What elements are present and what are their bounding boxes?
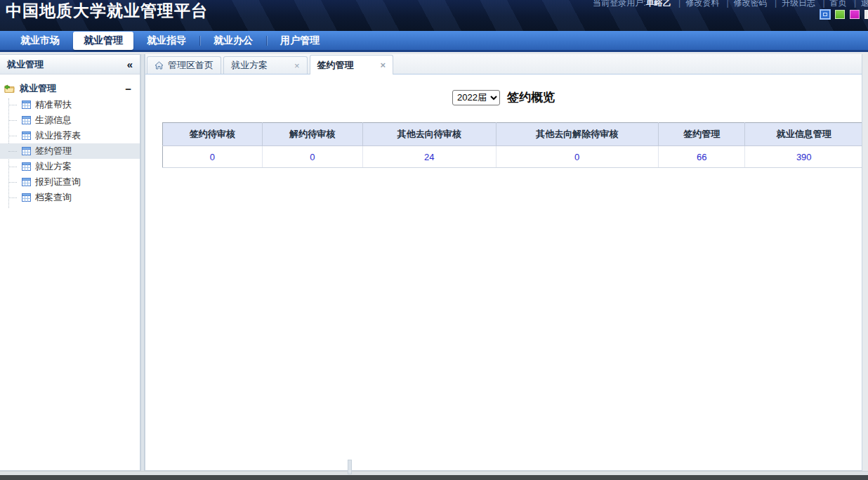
link-separator: | [822, 0, 824, 8]
tab-close-icon[interactable]: × [294, 61, 300, 70]
table-icon [22, 116, 31, 124]
sidebar-item-student-source-info[interactable]: 生源信息 [0, 112, 140, 128]
col-employment-info-management: 就业信息管理 [745, 123, 862, 146]
table-icon [22, 147, 31, 155]
link-separator: | [775, 0, 777, 8]
table-icon [22, 131, 31, 140]
nav-divider [199, 36, 200, 46]
main-nav: 就业市场 就业管理 就业指导 就业办公 用户管理 [0, 31, 868, 52]
cell-employment-info-management: 390 [745, 146, 862, 168]
sidebar-item-label: 档案查询 [35, 191, 72, 204]
graduation-year-select[interactable]: 2022届 [452, 90, 500, 105]
logout-link[interactable]: 退出 [861, 0, 868, 8]
sidebar-item-archive-query[interactable]: 档案查询 [0, 190, 140, 205]
current-user-prefix: 当前登录用户: [593, 0, 645, 8]
tree-collapse-minus-icon[interactable]: − [125, 84, 131, 94]
tree-root-employment-management[interactable]: 就业管理 − [0, 80, 140, 97]
tab-admin-home[interactable]: 管理区首页 [147, 56, 221, 74]
tab-label: 签约管理 [317, 59, 354, 72]
cell-other-destination-release-pending: 0 [496, 146, 658, 168]
tab-content: 2022届 签约概览 签约待审核 解约待审核 其他去向待审核 其他去向解除待审核… [145, 74, 862, 470]
nav-divider [266, 36, 267, 46]
cell-termination-pending: 0 [262, 146, 363, 168]
nav-item-job-market[interactable]: 就业市场 [10, 32, 70, 50]
sidebar-item-employment-plan[interactable]: 就业方案 [0, 159, 140, 174]
sidebar-item-label: 就业方案 [35, 160, 72, 173]
sidebar-item-precise-assistance[interactable]: 精准帮扶 [0, 97, 140, 112]
theme-green-swatch[interactable] [835, 10, 845, 19]
change-password-link[interactable]: 修改密码 [734, 0, 768, 8]
theme-magenta-swatch[interactable] [850, 10, 860, 19]
home-link[interactable]: 首页 [830, 0, 847, 8]
sidebar-title: 就业管理 [7, 58, 44, 71]
other-destination-pending-count-link[interactable]: 24 [424, 152, 434, 162]
sidebar-tree: 就业管理 − 精准帮扶 生源信息 就业推荐表 签约管理 就业方案 [0, 74, 140, 205]
tree-root-label: 就业管理 [20, 82, 56, 95]
col-other-destination-pending: 其他去向待审核 [363, 123, 496, 146]
other-destination-release-pending-count-link[interactable]: 0 [574, 152, 579, 162]
table-value-row: 0 0 24 0 66 390 [163, 146, 863, 168]
app-header: 中国地质大学就业管理平台 当前登录用户:单峪乙 |修改资料 |修改密码 |升级日… [0, 0, 868, 31]
sidebar-collapse-icon[interactable]: « [127, 59, 133, 70]
table-icon [22, 162, 31, 171]
south-splitter-grip[interactable] [348, 460, 352, 474]
main-panel: 管理区首页 就业方案 × 签约管理 × 2022届 签约概览 [145, 54, 862, 471]
table-icon [22, 178, 31, 186]
col-termination-pending: 解约待审核 [262, 123, 363, 146]
upgrade-log-link[interactable]: 升级日志 [782, 0, 815, 8]
sidebar: 就业管理 « 就业管理 − 精准帮扶 生源信息 [0, 54, 140, 471]
tab-employment-plan[interactable]: 就业方案 × [223, 56, 308, 74]
nav-item-employment-office[interactable]: 就业办公 [203, 32, 263, 50]
workspace: 就业管理 « 就业管理 − 精准帮扶 生源信息 [0, 54, 868, 471]
theme-switcher [820, 10, 865, 19]
tab-close-icon[interactable]: × [381, 60, 386, 70]
theme-extra-swatch[interactable] [864, 10, 868, 19]
sidebar-item-label: 生源信息 [35, 114, 72, 127]
sidebar-item-label: 就业推荐表 [35, 129, 81, 142]
table-header-row: 签约待审核 解约待审核 其他去向待审核 其他去向解除待审核 签约管理 就业信息管… [163, 123, 863, 146]
user-bar: 当前登录用户:单峪乙 |修改资料 |修改密码 |升级日志 |首页 |退出 [593, 0, 868, 9]
sidebar-item-contract-management[interactable]: 签约管理 [0, 143, 140, 159]
sidebar-header: 就业管理 « [0, 55, 140, 74]
col-contract-management: 签约管理 [658, 123, 745, 146]
cell-contract-management: 66 [658, 146, 745, 168]
contract-pending-count-link[interactable]: 0 [210, 152, 215, 162]
overview-title: 签约概览 [507, 89, 555, 105]
table-icon [22, 100, 31, 109]
home-icon [154, 61, 164, 70]
cell-contract-pending: 0 [163, 146, 263, 168]
link-separator: | [854, 0, 856, 8]
tab-contract-management[interactable]: 签约管理 × [310, 55, 394, 74]
table-icon [22, 193, 31, 202]
col-contract-pending: 签约待审核 [163, 123, 263, 146]
overview-header: 2022届 签约概览 [145, 89, 862, 105]
sidebar-item-label: 精准帮扶 [35, 98, 72, 111]
edit-profile-link[interactable]: 修改资料 [685, 0, 719, 8]
tab-label: 管理区首页 [168, 59, 213, 72]
link-separator: | [726, 0, 728, 8]
sidebar-item-label: 签约管理 [35, 145, 72, 157]
nav-item-career-guidance[interactable]: 就业指导 [136, 32, 197, 50]
app-title: 中国地质大学就业管理平台 [6, 0, 208, 22]
cell-other-destination-pending: 24 [363, 146, 496, 168]
sidebar-item-label: 报到证查询 [35, 176, 81, 188]
link-separator: | [678, 0, 680, 8]
current-user-name: 单峪乙 [646, 0, 671, 8]
folder-open-icon [4, 84, 15, 93]
theme-selected-mark [823, 13, 827, 16]
contract-summary-table: 签约待审核 解约待审核 其他去向待审核 其他去向解除待审核 签约管理 就业信息管… [162, 122, 862, 168]
theme-blue-swatch[interactable] [820, 10, 830, 19]
contract-management-count-link[interactable]: 66 [697, 152, 706, 162]
bottom-status-bar [0, 475, 868, 480]
nav-item-user-management[interactable]: 用户管理 [270, 32, 330, 50]
sidebar-item-recommendation-form[interactable]: 就业推荐表 [0, 128, 140, 143]
tab-label: 就业方案 [231, 59, 268, 72]
termination-pending-count-link[interactable]: 0 [310, 152, 315, 162]
nav-item-employment-management[interactable]: 就业管理 [73, 32, 133, 50]
tab-bar: 管理区首页 就业方案 × 签约管理 × [145, 54, 862, 74]
sidebar-item-registration-card-query[interactable]: 报到证查询 [0, 174, 140, 190]
employment-info-count-link[interactable]: 390 [796, 152, 812, 162]
col-other-destination-release-pending: 其他去向解除待审核 [496, 123, 658, 146]
